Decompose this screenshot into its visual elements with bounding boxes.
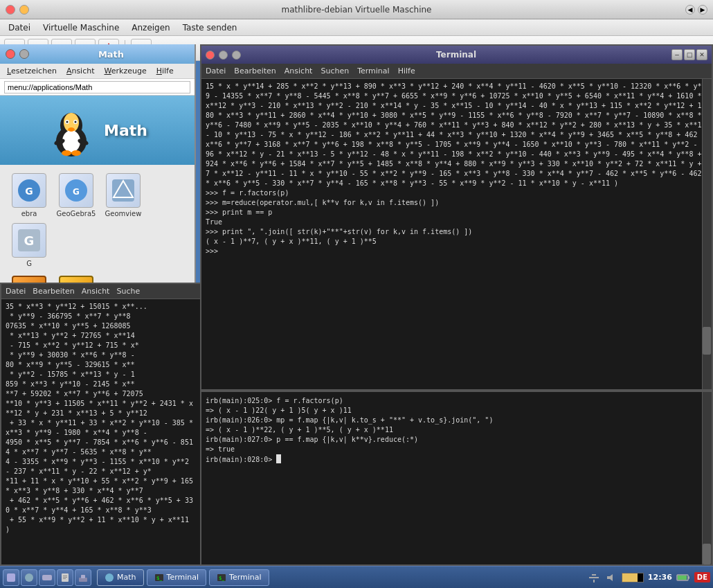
taskbar-terminal1-btn[interactable]: $_ Terminal [147, 569, 207, 586]
taskbar-icon-3[interactable] [39, 569, 55, 586]
term-menu-ansicht[interactable]: Ansicht [285, 66, 313, 75]
math-icon-ebra[interactable]: G ebra [8, 173, 50, 217]
systray-sound-icon[interactable] [604, 571, 617, 585]
left-term-menu-datei[interactable]: Datei [6, 287, 26, 296]
svg-rect-25 [7, 573, 15, 582]
left-term-content: 35 * x**3 * y**12 + 15015 * x**... * y**… [1, 299, 200, 564]
taskbar-math-btn[interactable]: Math [97, 569, 144, 586]
terminal-scrollbar-thumb[interactable] [703, 327, 711, 355]
menu-taste-senden[interactable]: Taste senden [177, 21, 243, 34]
os-title-bar: mathlibre-debian Virtuelle Maschine ◀ ▶ [0, 0, 713, 19]
math-header-title: Math [104, 122, 147, 139]
nav-back-btn[interactable]: ◀ [685, 5, 695, 15]
taskbar-icon-5[interactable] [75, 569, 91, 586]
term-menu-bearbeiten[interactable]: Bearbeiten [234, 66, 276, 75]
title-bar-right: ◀ ▶ [685, 5, 707, 15]
svg-rect-29 [63, 576, 67, 576]
systray-battery-icon[interactable] [676, 571, 690, 585]
math-icon-geomview[interactable]: Geomview [102, 173, 144, 217]
svg-rect-27 [42, 575, 52, 580]
g-icon-box: G [12, 223, 46, 258]
volume-bar [622, 573, 638, 582]
svg-rect-20 [112, 179, 134, 202]
term-menu-datei[interactable]: Datei [206, 66, 226, 75]
term-ctrl-x[interactable]: ✕ [696, 49, 707, 60]
irb-scrollbar[interactable] [702, 392, 712, 564]
term-min-btn[interactable] [232, 51, 241, 60]
svg-rect-41 [593, 580, 595, 582]
svg-point-14 [62, 150, 71, 156]
svg-point-11 [68, 127, 75, 132]
svg-rect-45 [678, 576, 687, 580]
taskbar: Math $_ Terminal $_ Terminal 12:36 DE [0, 566, 713, 588]
ebra-icon-box: G [12, 173, 46, 208]
menu-anzeigen[interactable]: Anzeigen [126, 21, 175, 34]
left-term-menu-ansicht[interactable]: Ansicht [82, 287, 110, 296]
math-close-btn[interactable] [6, 49, 15, 59]
math-window-title: Math [33, 49, 189, 60]
lang-indicator[interactable]: DE [694, 572, 710, 582]
term-menu-hilfe[interactable]: Hilfe [398, 66, 415, 75]
term-window-title: Terminal [245, 50, 667, 60]
math-menu-bar: Lesetzeichen Ansicht Werkzeuge Hilfe [0, 64, 195, 79]
terminal-right-content: 15 * x * y**14 + 285 * x**2 * y**13 + 89… [201, 79, 712, 389]
taskbar-icon-1[interactable] [3, 569, 19, 586]
term-menu-suchen[interactable]: Suchen [321, 66, 349, 75]
svg-point-26 [25, 573, 33, 582]
math-menu-lesezeichen[interactable]: Lesetzeichen [3, 66, 61, 76]
volume-area[interactable] [622, 573, 644, 582]
geomview-label: Geomview [105, 210, 142, 217]
math-addr-bar [0, 79, 195, 96]
svg-marker-42 [607, 574, 613, 581]
irb-scrollbar-thumb[interactable] [703, 544, 711, 564]
math-icons-row: G ebra G GeoGebra5 [6, 170, 189, 270]
term-ctrl-square[interactable]: □ [684, 49, 695, 60]
terminal-irb: irb(main):025:0> f = r.factors(p) => ( x… [200, 391, 713, 566]
taskbar-terminal1-label: Terminal [167, 573, 199, 582]
math-menu-werkzeuge[interactable]: Werkzeuge [100, 66, 151, 76]
taskbar-systray [587, 571, 617, 585]
math-menu-hilfe[interactable]: Hilfe [152, 66, 178, 76]
nav-fwd-btn[interactable]: ▶ [698, 5, 707, 15]
terminal-right: Terminal − □ ✕ Datei Bearbeiten Ansicht … [200, 44, 713, 391]
taskbar-time: 12:36 [648, 573, 672, 582]
term-close-btn[interactable] [206, 51, 215, 60]
taskbar-icon-4[interactable] [57, 569, 73, 586]
terminal-left-bottom: Datei Bearbeiten Ansicht Suche 35 * x**3… [0, 283, 201, 566]
svg-text:G: G [73, 187, 80, 197]
math-icon-geogebra5[interactable]: G GeoGebra5 [55, 173, 97, 217]
left-term-menu-suche[interactable]: Suche [116, 287, 140, 296]
minimize-btn[interactable] [19, 5, 29, 15]
terminal-title-bar: Terminal − □ ✕ [201, 46, 712, 64]
irb-content: irb(main):025:0> f = r.factors(p) => ( x… [201, 392, 712, 564]
left-term-menu: Datei Bearbeiten Ansicht Suche [1, 284, 200, 299]
systray-network-icon[interactable] [587, 571, 601, 585]
taskbar-terminal2-btn[interactable]: $_ Terminal [209, 569, 269, 586]
geomview-icon-box [106, 173, 141, 208]
term-menu-terminal[interactable]: Terminal [357, 66, 390, 75]
math-header: Math [0, 96, 195, 165]
menu-virtuelle-maschine[interactable]: Virtuelle Maschine [37, 21, 125, 34]
taskbar-icon-2[interactable] [21, 569, 37, 586]
taskbar-math-label: Math [117, 573, 136, 582]
g-label: G [26, 260, 32, 267]
term-win-controls: − □ ✕ [671, 49, 707, 60]
svg-rect-33 [81, 575, 85, 578]
math-min-btn[interactable] [19, 49, 29, 59]
term-ctrl-minus[interactable]: − [671, 49, 683, 60]
term-max-btn[interactable] [219, 51, 228, 60]
math-menu-ansicht[interactable]: Ansicht [62, 66, 99, 76]
geogebra5-icon-box: G [59, 173, 93, 208]
svg-point-10 [75, 121, 77, 123]
svg-point-6 [62, 130, 80, 152]
menu-datei[interactable]: Datei [3, 21, 36, 34]
close-btn[interactable] [6, 5, 15, 15]
terminal-scrollbar[interactable] [702, 79, 712, 389]
left-term-menu-bearbeiten[interactable]: Bearbeiten [33, 287, 74, 296]
taskbar-right: 12:36 DE [587, 571, 710, 585]
taskbar-icons-left [3, 569, 91, 586]
math-icon-g[interactable]: G G [8, 223, 50, 267]
ebra-label: ebra [21, 210, 37, 217]
math-addr-input[interactable] [4, 81, 190, 93]
svg-rect-44 [688, 576, 689, 579]
